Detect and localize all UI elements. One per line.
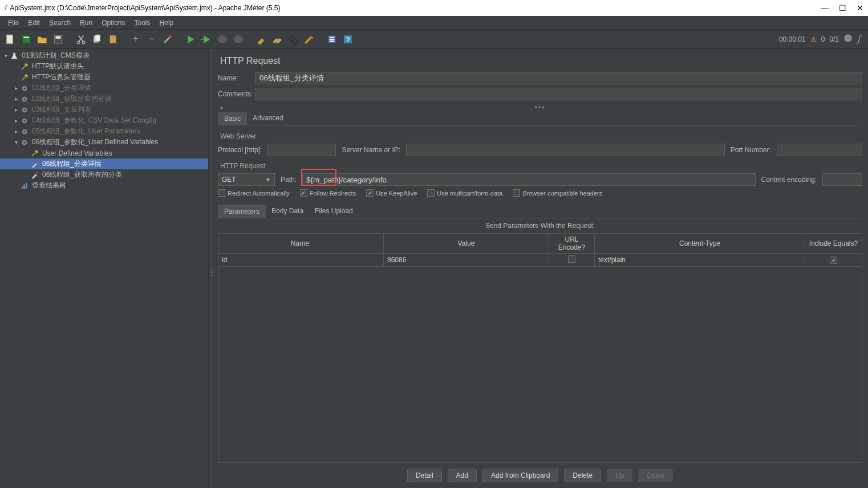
tree-expand-icon[interactable] (13, 74, 19, 80)
tree-expand-icon[interactable]: ▸ (13, 85, 19, 91)
encoding-input[interactable] (822, 173, 862, 186)
subtab-files-upload[interactable]: Files Upload (309, 205, 359, 218)
stop-icon[interactable] (216, 32, 229, 46)
col-content-type[interactable]: Content-Type (595, 234, 805, 254)
cell-content-type[interactable]: text/plain (595, 254, 805, 267)
clear-icon[interactable] (254, 32, 268, 46)
up-button[interactable]: Up (607, 469, 632, 482)
protocol-input[interactable] (267, 144, 336, 156)
tree-expand-icon[interactable]: ▾ (13, 139, 19, 145)
clear-all-icon[interactable] (270, 32, 284, 46)
name-input[interactable] (255, 72, 862, 84)
server-input[interactable] (406, 144, 725, 156)
tree-expand-icon[interactable]: ▸ (13, 96, 19, 102)
add-from-clipboard-button[interactable]: Add from Clipboard (482, 469, 558, 482)
follow-redirects-checkbox[interactable]: ✓Follow Redirects (300, 189, 356, 197)
svg-rect-39 (22, 186, 23, 189)
delete-button[interactable]: Delete (564, 469, 601, 482)
expand-icon[interactable]: + (129, 32, 143, 46)
tree-node-results[interactable]: 查看结果树 (0, 180, 208, 191)
tree-node-req1[interactable]: 06线程组_分类详情 (0, 158, 208, 169)
search-icon[interactable] (286, 32, 300, 46)
cell-url-encode[interactable] (549, 254, 595, 267)
maximize-button[interactable]: ☐ (839, 3, 846, 13)
tree-node-req2[interactable]: 06线程组_获取所有的分类 (0, 169, 208, 180)
detail-button[interactable]: Detail (407, 469, 442, 482)
tree-node-tg2[interactable]: ▸02线程组_获取所有的分类 (0, 93, 208, 104)
tree-node-udv[interactable]: User Defined Variables (0, 148, 208, 158)
tree-expand-icon[interactable]: ▸ (13, 117, 19, 124)
new-icon[interactable] (3, 32, 17, 46)
help-icon[interactable]: ? (341, 32, 355, 46)
menu-file[interactable]: File (3, 18, 23, 28)
tree-node-tg4[interactable]: ▸04线程组_参数化_CSV Data Set Congfig (0, 115, 208, 126)
tab-basic[interactable]: Basic (218, 112, 247, 125)
paste-icon[interactable] (106, 32, 120, 46)
function-helper-icon[interactable] (325, 32, 339, 46)
redirect-auto-checkbox[interactable]: Redirect Automatically (218, 189, 290, 197)
cell-include-equals[interactable]: ✓ (805, 254, 862, 267)
tree-node-cookie[interactable]: HTTP信息头管理器 (0, 72, 208, 83)
save-icon[interactable] (51, 32, 65, 46)
cell-name[interactable]: id (218, 254, 384, 267)
menu-help[interactable]: Help (155, 18, 179, 28)
collapse-icon[interactable]: − (145, 32, 159, 46)
tree-expand-icon[interactable]: ▸ (13, 128, 19, 135)
toggle-icon[interactable] (161, 32, 175, 46)
menu-search[interactable]: Search (44, 18, 75, 28)
global-icon[interactable] (843, 34, 853, 44)
down-button[interactable]: Down (638, 469, 673, 482)
feather-icon[interactable]: ʃ (857, 34, 860, 44)
method-select[interactable]: GET ▼ (218, 173, 275, 186)
tree-expand-icon[interactable]: ▸ (13, 107, 19, 113)
tree-node-tg5[interactable]: ▸05线程组_参数化_User Parameters (0, 126, 208, 137)
tree-node-header[interactable]: HTTP默认请求头 (0, 61, 208, 72)
menu-tools[interactable]: Tools (130, 18, 155, 28)
tree-expand-icon[interactable] (23, 161, 30, 167)
path-input[interactable] (302, 173, 756, 186)
subtab-parameters[interactable]: Parameters (218, 205, 266, 218)
table-row[interactable]: id86086text/plain✓ (218, 254, 862, 267)
menu-edit[interactable]: Edit (23, 18, 44, 28)
minimize-button[interactable]: — (821, 3, 829, 13)
port-input[interactable] (777, 144, 862, 156)
tree-node-tg6[interactable]: ▾06线程组_参数化_User Defined Variables (0, 137, 208, 148)
open-icon[interactable] (35, 32, 49, 46)
add-button[interactable]: Add (448, 469, 477, 482)
browser-compat-checkbox[interactable]: Browser-compatible headers (513, 189, 602, 197)
tree-expand-icon[interactable] (13, 182, 19, 189)
start-icon[interactable] (184, 32, 197, 46)
keepalive-checkbox[interactable]: ✓Use KeepAlive (366, 189, 417, 197)
cell-value[interactable]: 86086 (384, 254, 549, 267)
templates-icon[interactable] (19, 32, 33, 46)
section-collapser[interactable]: ▴••• (218, 104, 862, 112)
warning-icon[interactable]: ⚠ (810, 35, 817, 43)
tree-node-plan[interactable]: ▾01测试计划_CMS模块 (0, 50, 208, 61)
tree-expand-icon[interactable] (13, 63, 19, 70)
close-button[interactable]: ✕ (857, 3, 863, 13)
subtab-body-data[interactable]: Body Data (266, 205, 309, 218)
tree-node-tg1[interactable]: ▸01线程组_分类详情 (0, 83, 208, 93)
copy-icon[interactable] (90, 32, 104, 46)
tree-node-tg3[interactable]: ▸03线程组_文章列表 (0, 104, 208, 115)
start-no-timers-icon[interactable] (200, 32, 213, 46)
col-include-equals[interactable]: Include Equals? (805, 234, 862, 254)
cut-icon[interactable] (74, 32, 88, 46)
tree-expand-icon[interactable] (23, 150, 30, 156)
tree-expand-icon[interactable] (23, 172, 30, 178)
reset-search-icon[interactable] (302, 32, 316, 46)
menu-options[interactable]: Options (97, 18, 129, 28)
params-table[interactable]: Name: Value URL Encode? Content-Type Inc… (218, 233, 862, 267)
comments-input[interactable] (255, 88, 862, 100)
shutdown-icon[interactable] (232, 32, 245, 46)
multipart-checkbox[interactable]: Use multipart/form-data (427, 189, 502, 197)
col-value[interactable]: Value (384, 234, 549, 254)
params-table-body-space[interactable] (218, 267, 862, 463)
menu-run[interactable]: Run (75, 18, 97, 28)
splitter-handle[interactable] (209, 49, 212, 488)
col-name[interactable]: Name: (218, 234, 384, 254)
tree-expand-icon[interactable]: ▾ (2, 52, 9, 59)
test-plan-tree[interactable]: ▾01测试计划_CMS模块 HTTP默认请求头 HTTP信息头管理器▸01线程组… (0, 49, 209, 488)
tab-advanced[interactable]: Advanced (247, 112, 289, 125)
col-url-encode[interactable]: URL Encode? (549, 234, 595, 254)
